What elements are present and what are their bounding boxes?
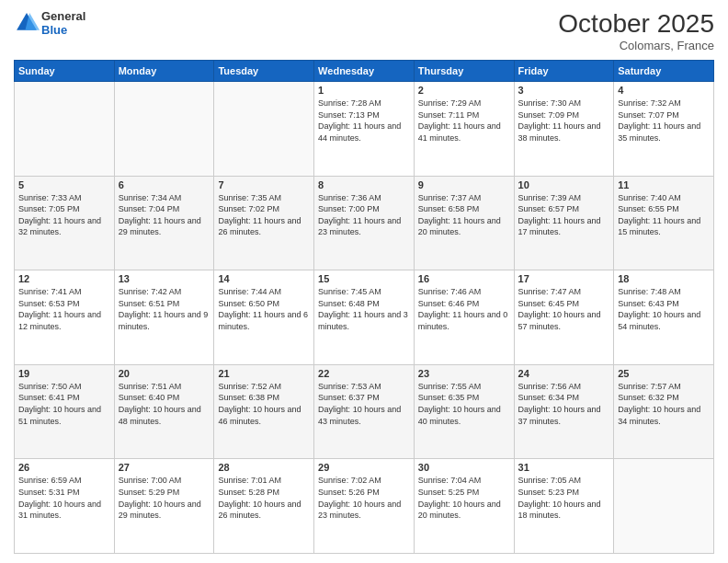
calendar: Sunday Monday Tuesday Wednesday Thursday…	[14, 60, 714, 554]
sunrise-text: Sunrise: 7:39 AM	[518, 193, 582, 202]
daylight-text: Daylight: 11 hours and 41 minutes.	[418, 121, 501, 143]
daylight-text: Daylight: 10 hours and 51 minutes.	[18, 405, 101, 426]
sunset-text: Sunset: 7:09 PM	[518, 110, 580, 120]
col-saturday: Saturday	[614, 61, 714, 82]
sunset-text: Sunset: 6:51 PM	[119, 299, 180, 308]
cell-info: Sunrise: 7:39 AM Sunset: 6:57 PM Dayligh…	[518, 192, 610, 238]
cell-4-3: 29 Sunrise: 7:02 AM Sunset: 5:26 PM Dayl…	[314, 459, 415, 554]
sunrise-text: Sunrise: 7:02 AM	[318, 476, 381, 485]
sunset-text: Sunset: 6:34 PM	[518, 393, 580, 402]
cell-3-0: 19 Sunrise: 7:50 AM Sunset: 6:41 PM Dayl…	[15, 364, 115, 459]
cell-4-5: 31 Sunrise: 7:05 AM Sunset: 5:23 PM Dayl…	[514, 459, 614, 554]
sunset-text: Sunset: 7:11 PM	[418, 110, 480, 120]
day-number: 24	[518, 368, 610, 379]
cell-info: Sunrise: 7:48 AM Sunset: 6:43 PM Dayligh…	[618, 286, 710, 332]
daylight-text: Daylight: 10 hours and 29 minutes.	[119, 500, 201, 521]
sunrise-text: Sunrise: 7:40 AM	[618, 193, 681, 202]
cell-info: Sunrise: 7:32 AM Sunset: 7:07 PM Dayligh…	[618, 98, 710, 144]
day-number: 29	[318, 462, 410, 473]
daylight-text: Daylight: 10 hours and 26 minutes.	[218, 500, 301, 521]
day-number: 28	[218, 462, 310, 473]
sunset-text: Sunset: 7:00 PM	[318, 204, 380, 213]
location: Colomars, France	[558, 39, 714, 52]
cell-2-1: 13 Sunrise: 7:42 AM Sunset: 6:51 PM Dayl…	[114, 270, 214, 365]
day-number: 20	[119, 368, 210, 379]
cell-1-1: 6 Sunrise: 7:34 AM Sunset: 7:04 PM Dayli…	[114, 176, 214, 270]
daylight-text: Daylight: 11 hours and 6 minutes.	[218, 310, 308, 331]
sunrise-text: Sunrise: 7:29 AM	[418, 98, 482, 108]
cell-1-4: 9 Sunrise: 7:37 AM Sunset: 6:58 PM Dayli…	[414, 176, 514, 270]
col-monday: Monday	[114, 61, 214, 82]
cell-3-5: 24 Sunrise: 7:56 AM Sunset: 6:34 PM Dayl…	[514, 364, 614, 459]
daylight-text: Daylight: 11 hours and 0 minutes.	[418, 310, 508, 331]
daylight-text: Daylight: 10 hours and 40 minutes.	[418, 405, 501, 426]
daylight-text: Daylight: 10 hours and 31 minutes.	[18, 500, 101, 521]
cell-info: Sunrise: 7:01 AM Sunset: 5:28 PM Dayligh…	[218, 475, 310, 521]
cell-info: Sunrise: 7:56 AM Sunset: 6:34 PM Dayligh…	[518, 381, 610, 427]
cell-info: Sunrise: 7:50 AM Sunset: 6:41 PM Dayligh…	[18, 381, 110, 427]
sunrise-text: Sunrise: 7:30 AM	[518, 98, 582, 108]
cell-info: Sunrise: 7:36 AM Sunset: 7:00 PM Dayligh…	[318, 192, 410, 238]
daylight-text: Daylight: 10 hours and 20 minutes.	[418, 500, 501, 521]
daylight-text: Daylight: 10 hours and 54 minutes.	[618, 310, 700, 331]
sunrise-text: Sunrise: 6:59 AM	[18, 476, 82, 485]
cell-1-6: 11 Sunrise: 7:40 AM Sunset: 6:55 PM Dayl…	[614, 176, 714, 270]
cell-info: Sunrise: 7:29 AM Sunset: 7:11 PM Dayligh…	[418, 98, 510, 144]
daylight-text: Daylight: 10 hours and 48 minutes.	[119, 405, 201, 426]
day-number: 30	[418, 462, 510, 473]
sunset-text: Sunset: 5:28 PM	[218, 488, 279, 497]
day-number: 11	[618, 179, 710, 190]
day-number: 21	[218, 368, 310, 379]
day-number: 3	[518, 85, 610, 96]
cell-info: Sunrise: 7:33 AM Sunset: 7:05 PM Dayligh…	[18, 192, 110, 238]
day-number: 13	[119, 273, 210, 284]
day-number: 5	[18, 179, 110, 190]
cell-3-6: 25 Sunrise: 7:57 AM Sunset: 6:32 PM Dayl…	[614, 364, 714, 459]
cell-info: Sunrise: 6:59 AM Sunset: 5:31 PM Dayligh…	[18, 475, 110, 521]
sunset-text: Sunset: 5:29 PM	[119, 488, 180, 497]
daylight-text: Daylight: 11 hours and 12 minutes.	[18, 310, 101, 331]
sunset-text: Sunset: 6:55 PM	[618, 204, 679, 213]
calendar-body: 1 Sunrise: 7:28 AM Sunset: 7:13 PM Dayli…	[15, 82, 714, 554]
sunrise-text: Sunrise: 7:41 AM	[18, 287, 82, 296]
sunset-text: Sunset: 6:58 PM	[418, 204, 480, 213]
logo-text: General Blue	[41, 9, 85, 37]
month-title: October 2025	[558, 9, 714, 39]
sunset-text: Sunset: 5:31 PM	[18, 488, 80, 497]
sunrise-text: Sunrise: 7:51 AM	[119, 382, 182, 391]
day-number: 19	[18, 368, 110, 379]
cell-4-6	[614, 459, 714, 554]
sunset-text: Sunset: 5:23 PM	[518, 488, 580, 497]
week-row-0: 1 Sunrise: 7:28 AM Sunset: 7:13 PM Dayli…	[15, 82, 714, 177]
daylight-text: Daylight: 11 hours and 15 minutes.	[618, 216, 700, 237]
cell-info: Sunrise: 7:46 AM Sunset: 6:46 PM Dayligh…	[418, 286, 510, 332]
sunset-text: Sunset: 5:25 PM	[418, 488, 480, 497]
cell-info: Sunrise: 7:00 AM Sunset: 5:29 PM Dayligh…	[119, 475, 210, 521]
day-number: 18	[618, 273, 710, 284]
calendar-header: Sunday Monday Tuesday Wednesday Thursday…	[15, 61, 714, 82]
header: General Blue October 2025 Colomars, Fran…	[14, 9, 714, 52]
sunset-text: Sunset: 7:07 PM	[618, 110, 679, 120]
day-number: 2	[418, 85, 510, 96]
cell-0-4: 2 Sunrise: 7:29 AM Sunset: 7:11 PM Dayli…	[414, 82, 514, 177]
sunset-text: Sunset: 6:48 PM	[318, 299, 380, 308]
cell-0-2	[214, 82, 314, 177]
day-number: 22	[318, 368, 410, 379]
sunrise-text: Sunrise: 7:04 AM	[418, 476, 482, 485]
cell-info: Sunrise: 7:45 AM Sunset: 6:48 PM Dayligh…	[318, 286, 410, 332]
sunset-text: Sunset: 7:02 PM	[218, 204, 279, 213]
daylight-text: Daylight: 10 hours and 46 minutes.	[218, 405, 301, 426]
title-area: October 2025 Colomars, France	[558, 9, 714, 52]
cell-info: Sunrise: 7:37 AM Sunset: 6:58 PM Dayligh…	[418, 192, 510, 238]
daylight-text: Daylight: 11 hours and 17 minutes.	[518, 216, 601, 237]
cell-info: Sunrise: 7:34 AM Sunset: 7:04 PM Dayligh…	[119, 192, 210, 238]
daylight-text: Daylight: 11 hours and 23 minutes.	[318, 216, 401, 237]
sunset-text: Sunset: 6:57 PM	[518, 204, 580, 213]
cell-info: Sunrise: 7:30 AM Sunset: 7:09 PM Dayligh…	[518, 98, 610, 144]
logo: General Blue	[14, 9, 85, 37]
day-number: 10	[518, 179, 610, 190]
day-number: 17	[518, 273, 610, 284]
sunset-text: Sunset: 7:04 PM	[119, 204, 180, 213]
cell-info: Sunrise: 7:53 AM Sunset: 6:37 PM Dayligh…	[318, 381, 410, 427]
day-number: 12	[18, 273, 110, 284]
